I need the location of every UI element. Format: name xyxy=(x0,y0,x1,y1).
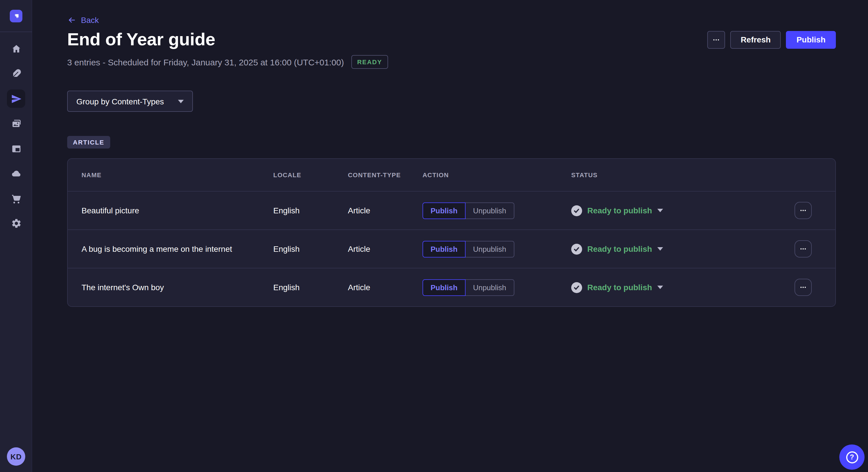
entry-status[interactable]: Ready to publish xyxy=(571,243,795,255)
action-toggle: Publish Unpublish xyxy=(423,279,571,296)
entry-status[interactable]: Ready to publish xyxy=(571,205,795,216)
cart-icon xyxy=(11,193,22,204)
status-label: Ready to publish xyxy=(587,244,652,254)
sidebar-item-deploy[interactable] xyxy=(7,164,25,182)
column-name: NAME xyxy=(82,171,273,178)
entry-name: The internet's Own boy xyxy=(82,283,273,292)
group-by-value: Group by Content-Types xyxy=(76,97,164,106)
question-mark-icon: ? xyxy=(846,451,858,463)
ellipsis-icon xyxy=(799,206,808,215)
chevron-down-icon xyxy=(657,247,663,250)
entry-content-type: Article xyxy=(348,283,423,292)
ellipsis-icon xyxy=(799,283,808,292)
row-unpublish-button[interactable]: Unpublish xyxy=(466,202,515,219)
action-toggle: Publish Unpublish xyxy=(423,202,571,219)
table-header: NAME LOCALE CONTENT-TYPE ACTION STATUS xyxy=(68,159,835,191)
table-row: Beautiful picture English Article Publis… xyxy=(68,191,835,229)
row-unpublish-button[interactable]: Unpublish xyxy=(466,241,515,257)
media-library-icon xyxy=(11,118,22,129)
column-content-type: CONTENT-TYPE xyxy=(348,171,423,178)
release-subtitle: 3 entries - Scheduled for Friday, Januar… xyxy=(67,57,344,67)
back-label: Back xyxy=(81,15,99,25)
column-locale: LOCALE xyxy=(273,171,348,178)
arrow-left-icon xyxy=(67,15,76,25)
strapi-logo[interactable] xyxy=(10,10,22,22)
group-by-select[interactable]: Group by Content-Types xyxy=(67,91,193,112)
cloud-icon xyxy=(11,168,22,179)
home-icon xyxy=(11,43,22,54)
sidebar-item-media-library[interactable] xyxy=(7,114,25,133)
more-actions-button[interactable] xyxy=(708,31,725,48)
check-circle-icon xyxy=(571,243,582,255)
ellipsis-icon xyxy=(799,244,808,254)
sidebar-item-releases[interactable] xyxy=(7,90,25,108)
status-label: Ready to publish xyxy=(587,206,652,215)
column-status: STATUS xyxy=(571,171,822,178)
row-unpublish-button[interactable]: Unpublish xyxy=(466,279,515,296)
column-action: ACTION xyxy=(423,171,571,178)
paper-plane-icon xyxy=(11,93,22,104)
entry-content-type: Article xyxy=(348,244,423,254)
app-window: KD Back End of Year guide Refresh Publis… xyxy=(0,0,868,472)
chevron-down-icon xyxy=(657,285,663,289)
header-actions: Refresh Publish xyxy=(708,31,836,48)
chevron-down-icon xyxy=(178,100,184,103)
sidebar: KD xyxy=(0,0,32,472)
sidebar-item-home[interactable] xyxy=(7,40,25,58)
row-more-button[interactable] xyxy=(795,202,812,219)
status-badge: READY xyxy=(351,55,388,69)
entry-locale: English xyxy=(273,244,348,254)
sidebar-divider xyxy=(0,32,32,32)
refresh-button[interactable]: Refresh xyxy=(731,31,781,48)
sidebar-item-content-manager[interactable] xyxy=(7,64,25,82)
row-publish-button[interactable]: Publish xyxy=(423,279,466,296)
row-more-button[interactable] xyxy=(795,279,812,296)
row-publish-button[interactable]: Publish xyxy=(423,241,466,257)
entry-locale: English xyxy=(273,283,348,292)
content-type-group-badge: ARTICLE xyxy=(67,136,110,148)
row-publish-button[interactable]: Publish xyxy=(423,202,466,219)
entries-table: NAME LOCALE CONTENT-TYPE ACTION STATUS B… xyxy=(67,158,836,307)
sidebar-item-content-type-builder[interactable] xyxy=(7,139,25,158)
check-circle-icon xyxy=(571,282,582,293)
ellipsis-icon xyxy=(712,35,721,44)
avatar[interactable]: KD xyxy=(7,447,25,466)
status-label: Ready to publish xyxy=(587,283,652,292)
entry-status[interactable]: Ready to publish xyxy=(571,282,795,293)
chevron-down-icon xyxy=(657,209,663,212)
layout-icon xyxy=(11,143,22,154)
feather-icon xyxy=(11,68,22,79)
gear-icon xyxy=(11,217,22,229)
page-title: End of Year guide xyxy=(67,28,215,51)
check-circle-icon xyxy=(571,205,582,216)
action-toggle: Publish Unpublish xyxy=(423,241,571,257)
publish-button[interactable]: Publish xyxy=(786,31,836,48)
sidebar-item-settings[interactable] xyxy=(7,214,25,232)
strapi-logo-glyph xyxy=(12,12,20,20)
help-button[interactable]: ? xyxy=(839,444,865,470)
table-row: A bug is becoming a meme on the internet… xyxy=(68,229,835,268)
row-more-button[interactable] xyxy=(795,240,812,258)
main-content: Back End of Year guide Refresh Publish 3… xyxy=(32,0,868,307)
table-row: The internet's Own boy English Article P… xyxy=(68,268,835,306)
entry-name: Beautiful picture xyxy=(82,206,273,215)
back-link[interactable]: Back xyxy=(67,0,99,25)
entry-locale: English xyxy=(273,206,348,215)
sidebar-item-marketplace[interactable] xyxy=(7,189,25,208)
entry-name: A bug is becoming a meme on the internet xyxy=(82,244,273,254)
entry-content-type: Article xyxy=(348,206,423,215)
